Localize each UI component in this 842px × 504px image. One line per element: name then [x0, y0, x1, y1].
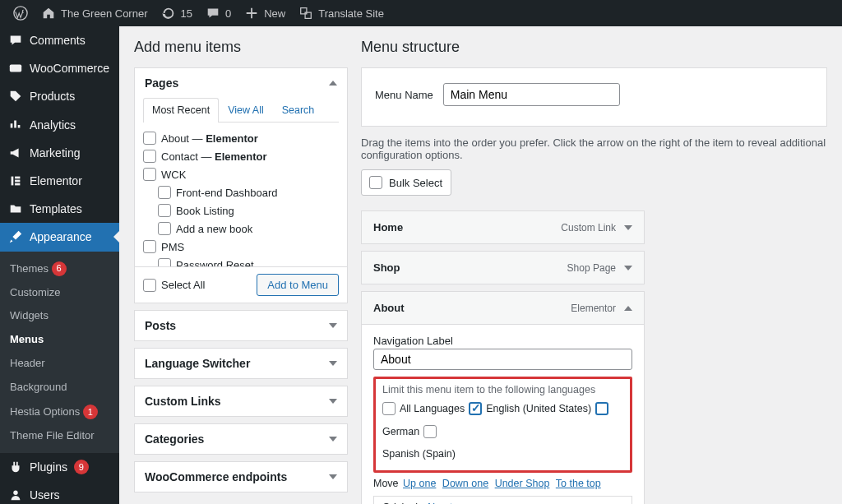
sidebar-item-templates[interactable]: Templates — [0, 195, 119, 223]
expand-icon[interactable] — [624, 225, 632, 230]
page-checkbox[interactable] — [158, 204, 171, 217]
pages-panel: Pages Most Recent View All Search About … — [134, 67, 348, 303]
lang-es-checkbox[interactable] — [423, 425, 437, 438]
menu-name-input[interactable] — [443, 83, 620, 106]
themes-badge: 6 — [52, 261, 67, 276]
move-under-link[interactable]: Under Shop — [495, 478, 550, 489]
move-down-link[interactable]: Down one — [442, 478, 488, 489]
custom-links-panel[interactable]: Custom Links — [134, 386, 348, 417]
svg-point-6 — [13, 491, 17, 495]
page-checkbox[interactable] — [158, 258, 171, 266]
sidebar-item-woocommerce[interactable]: WooCommerce — [0, 54, 119, 82]
nav-label-input[interactable] — [373, 349, 632, 370]
lang-de-label: German — [382, 423, 419, 442]
custom-links-heading: Custom Links — [145, 395, 221, 408]
limit-label: Limit this menu item to the following la… — [382, 384, 623, 395]
sidebar-item-marketing[interactable]: Marketing — [0, 139, 119, 167]
bulk-select-button[interactable]: Bulk Select — [361, 169, 451, 196]
bulk-select-checkbox[interactable] — [369, 176, 382, 189]
add-to-menu-button[interactable]: Add to Menu — [257, 274, 339, 296]
sub-item-hestia[interactable]: Hestia Options 1 — [0, 400, 119, 424]
new-content[interactable]: New — [238, 0, 292, 26]
new-label: New — [264, 7, 285, 20]
translate-site[interactable]: Translate Site — [292, 0, 391, 26]
select-all[interactable]: Select All — [143, 276, 205, 294]
comment-icon — [206, 6, 220, 21]
wp-logo[interactable] — [7, 0, 35, 26]
expand-icon — [329, 361, 337, 366]
move-top-link[interactable]: To the top — [556, 478, 601, 489]
sidebar-item-users[interactable]: Users — [0, 481, 119, 504]
menu-item-home[interactable]: HomeCustom Link — [361, 210, 645, 244]
user-icon — [8, 488, 23, 502]
pages-header[interactable]: Pages — [135, 68, 347, 98]
sidebar-item-comments[interactable]: Comments — [0, 26, 119, 54]
pages-list: About — Elementor Contact — Elementor WC… — [135, 123, 347, 266]
expand-icon — [329, 323, 337, 328]
categories-heading: Categories — [145, 432, 204, 446]
expand-icon[interactable] — [624, 266, 632, 270]
page-item-booklisting[interactable]: Book Listing — [143, 201, 339, 220]
updates[interactable]: 15 — [155, 0, 199, 26]
sidebar-item-elementor[interactable]: Elementor — [0, 167, 119, 195]
tab-view-all[interactable]: View All — [219, 98, 273, 122]
folder-icon — [8, 201, 23, 216]
sub-item-background[interactable]: Background — [0, 376, 119, 400]
move-up-link[interactable]: Up one — [403, 478, 436, 489]
site-name-text: The Green Corner — [61, 7, 148, 20]
sub-item-header[interactable]: Header — [0, 352, 119, 376]
comments[interactable]: 0 — [199, 0, 238, 26]
lang-all-checkbox[interactable] — [382, 402, 396, 415]
sidebar-item-appearance[interactable]: Appearance — [0, 223, 119, 251]
sub-item-themes[interactable]: Themes 6 — [0, 257, 119, 281]
sidebar-item-plugins[interactable]: Plugins 9 — [0, 453, 119, 481]
sub-item-widgets[interactable]: Widgets — [0, 304, 119, 328]
page-item-addbook[interactable]: Add a new book — [143, 220, 339, 238]
sidebar-item-analytics[interactable]: Analytics — [0, 111, 119, 139]
collapse-icon[interactable] — [624, 306, 632, 311]
comment-icon — [8, 33, 23, 48]
sidebar-item-label: Plugins — [30, 460, 67, 474]
updates-count: 15 — [181, 7, 192, 20]
sub-item-editor[interactable]: Theme File Editor — [0, 424, 119, 448]
page-checkbox[interactable] — [143, 150, 156, 163]
sub-item-menus[interactable]: Menus — [0, 328, 119, 352]
select-all-checkbox[interactable] — [143, 279, 156, 292]
page-item-frontend[interactable]: Front-end Dashboard — [143, 183, 339, 201]
language-switcher-panel[interactable]: Language Switcher — [134, 348, 348, 379]
page-item-contact[interactable]: Contact — Elementor — [143, 147, 339, 165]
lang-de-checkbox[interactable] — [595, 402, 608, 415]
collapse-icon — [329, 81, 337, 86]
appearance-submenu: Themes 6 Customize Widgets Menus Header … — [0, 252, 119, 453]
sidebar-item-label: Marketing — [30, 146, 80, 160]
page-checkbox[interactable] — [158, 186, 171, 199]
page-checkbox[interactable] — [158, 222, 171, 235]
tab-search[interactable]: Search — [273, 98, 324, 122]
pages-footer: Select All Add to Menu — [135, 266, 347, 303]
menu-item-shop[interactable]: ShopShop Page — [361, 251, 645, 284]
menu-name-row: Menu Name — [362, 68, 826, 121]
posts-panel[interactable]: Posts — [134, 310, 348, 341]
categories-panel[interactable]: Categories — [134, 423, 348, 455]
lang-en-checkbox[interactable] — [469, 402, 482, 415]
page-item-about[interactable]: About — Elementor — [143, 129, 339, 147]
page-checkbox[interactable] — [143, 240, 156, 253]
sidebar-item-label: Elementor — [30, 173, 82, 188]
update-icon — [161, 6, 176, 21]
hestia-badge: 1 — [83, 405, 98, 419]
admin-bar: The Green Corner 15 0 New Translate Site — [0, 0, 842, 26]
wc-endpoints-panel[interactable]: WooCommerce endpoints — [134, 461, 348, 492]
expand-icon — [329, 399, 337, 404]
page-item-pms[interactable]: PMS — [143, 238, 339, 256]
page-item-pwd[interactable]: Password Reset — [143, 256, 339, 266]
menu-item-about[interactable]: AboutElementor — [361, 291, 645, 325]
site-name[interactable]: The Green Corner — [35, 0, 155, 26]
tab-most-recent[interactable]: Most Recent — [143, 98, 219, 123]
sub-item-customize[interactable]: Customize — [0, 281, 119, 305]
lang-switcher-heading: Language Switcher — [145, 357, 250, 370]
page-checkbox[interactable] — [143, 132, 156, 145]
sidebar-item-products[interactable]: Products — [0, 82, 119, 110]
page-checkbox[interactable] — [143, 168, 156, 181]
page-item-wck[interactable]: WCK — [143, 165, 339, 183]
original-link[interactable]: About — [426, 502, 453, 505]
